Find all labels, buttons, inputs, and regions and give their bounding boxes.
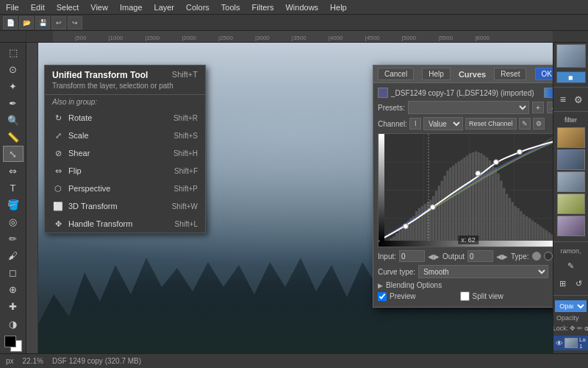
tool-heal[interactable]: ✚ [3, 299, 24, 315]
presets-add-button[interactable]: + [532, 102, 544, 113]
ctx-item-scale[interactable]: ⤢ Scale Shift+S [45, 127, 205, 144]
tool-pencil[interactable]: ✏ [3, 231, 24, 247]
menu-layer[interactable]: Layer [151, 2, 178, 13]
ctx-item-shear[interactable]: ⊘ Shear Shift+H [45, 144, 205, 162]
blending-label: Blending Options [386, 281, 442, 289]
menu-tools[interactable]: Tools [218, 2, 243, 13]
refresh-icon[interactable]: ↺ [572, 277, 585, 290]
layer-eye-icon[interactable]: 👁 [556, 339, 563, 347]
presets-remove-button[interactable]: - [547, 102, 553, 113]
undo-button[interactable]: ↩ [51, 16, 66, 29]
curve-type-select[interactable]: Smooth Linear [418, 265, 548, 278]
tool-dodge-burn[interactable]: ◑ [3, 316, 24, 332]
curves-help-button[interactable]: Help [422, 68, 451, 80]
output-value[interactable] [467, 250, 493, 262]
redo-button[interactable]: ↪ [68, 16, 82, 29]
preview-label: Preview [390, 292, 416, 300]
background-color[interactable] [4, 336, 16, 347]
menu-windows[interactable]: Windows [282, 2, 321, 13]
tool-eraser[interactable]: ◻ [3, 265, 24, 281]
presets-select[interactable] [408, 101, 529, 114]
save-button[interactable]: 💾 [35, 16, 50, 29]
tool-blend[interactable]: ◎ [3, 214, 24, 230]
settings-icon[interactable]: ⚙ [572, 93, 585, 106]
curves-layer-color [544, 88, 553, 98]
main-area: ⬚ ⊙ ✦ ✒ 🔍 📏 ⤡ ⇔ T 🪣 ◎ ✏ 🖌 ◻ ⊕ ✚ ◑ Unifie… [0, 43, 588, 353]
curves-canvas[interactable] [379, 134, 553, 247]
curves-cancel-button[interactable]: Cancel [378, 68, 414, 80]
open-button[interactable]: 📂 [19, 16, 34, 29]
tool-fuzzy-select[interactable]: ✦ [3, 78, 24, 94]
filter-thumb-2[interactable] [557, 149, 585, 170]
ctx-item-flip[interactable]: ⇔ Flip Shift+F [45, 162, 205, 180]
curves-ok-button[interactable]: OK [535, 68, 553, 80]
tool-paintbrush[interactable]: 🖌 [3, 248, 24, 264]
curves-reset-button[interactable]: Reset [494, 68, 526, 80]
type-dot-2[interactable] [544, 252, 553, 261]
curves-graph[interactable]: x: 62 [378, 133, 553, 247]
rotate-icon: ↻ [52, 112, 64, 124]
stack-icon[interactable]: ⊞ [556, 277, 570, 290]
lock-alpha-icon[interactable]: ⍺ [584, 325, 588, 332]
type-dot-1[interactable] [532, 252, 541, 261]
canvas-area[interactable]: Unified Transform Tool Shift+T Transform… [38, 43, 553, 353]
edit-channel-icon[interactable]: ✎ [519, 118, 531, 130]
tool-lasso[interactable]: ⊙ [3, 61, 24, 77]
menu-image[interactable]: Image [117, 2, 146, 13]
tool-clone[interactable]: ⊕ [3, 282, 24, 298]
ctx-label-flip: Flip [68, 166, 170, 175]
shear-icon: ⊘ [52, 147, 64, 159]
ctx-shortcut-handle-transform: Shift+L [175, 220, 198, 228]
left-toolbar: ⬚ ⊙ ✦ ✒ 🔍 📏 ⤡ ⇔ T 🪣 ◎ ✏ 🖌 ◻ ⊕ ✚ ◑ [0, 43, 26, 353]
split-view-checkbox[interactable] [460, 291, 470, 301]
ctx-item-handle-transform[interactable]: ✥ Handle Transform Shift+L [45, 215, 205, 233]
tool-zoom[interactable]: 🔍 [3, 112, 24, 128]
preview-checkbox-group[interactable]: Preview [378, 292, 416, 301]
tool-selection[interactable]: ⬚ [3, 44, 24, 60]
ctx-item-perspective[interactable]: ⬡ Perspective Shift+P [45, 180, 205, 197]
tool-flip[interactable]: ⇔ [3, 163, 24, 179]
tool-text[interactable]: T [3, 180, 24, 197]
curves-layer-icon [378, 88, 388, 98]
ctx-item-rotate[interactable]: ↻ Rotate Shift+R [45, 109, 205, 127]
menu-view[interactable]: View [87, 2, 111, 13]
right-divider-3 [553, 241, 588, 242]
tool-bucket-fill[interactable]: 🪣 [3, 197, 24, 213]
curves-titlebar: Cancel Help Curves Reset OK [373, 66, 553, 83]
channel-select[interactable]: Value Red Green Blue Alpha [423, 117, 463, 130]
blending-options-row[interactable]: ▶ Blending Options [378, 281, 553, 289]
user-label: ramon, [560, 246, 581, 256]
filter-thumb-5[interactable] [557, 216, 585, 236]
menu-edit[interactable]: Edit [28, 2, 48, 13]
input-output-row: Input: ◀▶ Output ◀▶ Type: [378, 250, 553, 262]
image-preview-thumb[interactable] [556, 44, 586, 68]
menu-colors[interactable]: Colors [183, 2, 212, 13]
reset-channel-button[interactable]: Reset Channel [465, 118, 517, 130]
preview-checkbox[interactable] [378, 292, 387, 301]
ctx-item-3d-transform[interactable]: ⬜ 3D Transform Shift+W [45, 197, 205, 215]
new-button[interactable]: 📄 [3, 16, 18, 29]
edit-icon[interactable]: ✎ [564, 259, 578, 272]
tool-transform[interactable]: ⤡ [3, 146, 24, 162]
filter-thumb-1[interactable] [557, 127, 585, 148]
curves-body: _DSF1249 copy-17 (L,DSF1249) (imported) … [373, 83, 553, 307]
curves-dialog: Cancel Help Curves Reset OK _DSF1249 cop… [373, 65, 553, 308]
layers-icon[interactable]: ≡ [556, 93, 570, 106]
filter-thumb-3[interactable] [557, 171, 585, 192]
channel-row: Channel: Ⅰ Value Red Green Blue Alpha Re… [378, 117, 553, 130]
layer-row[interactable]: 👁 Layer 1 [553, 336, 588, 350]
input-value[interactable] [399, 250, 425, 262]
menu-filters[interactable]: Filters [249, 2, 277, 13]
flip-icon: ⇔ [52, 165, 64, 177]
menu-help[interactable]: Help [327, 2, 350, 13]
menu-select[interactable]: Select [54, 2, 82, 13]
lock-position-icon[interactable]: ✥ [570, 325, 576, 332]
filter-thumb-4[interactable] [557, 194, 585, 214]
tool-measure[interactable]: 📏 [3, 129, 24, 145]
context-menu-header: Unified Transform Tool Shift+T Transform… [45, 66, 205, 95]
blend-mode-select[interactable]: Opacity Normal Multiply [555, 300, 586, 312]
lock-paint-icon[interactable]: ✏ [577, 325, 583, 332]
channel-options-icon[interactable]: ⚙ [533, 118, 545, 130]
menu-file[interactable]: File [3, 2, 22, 13]
tool-color-picker[interactable]: ✒ [3, 95, 24, 111]
